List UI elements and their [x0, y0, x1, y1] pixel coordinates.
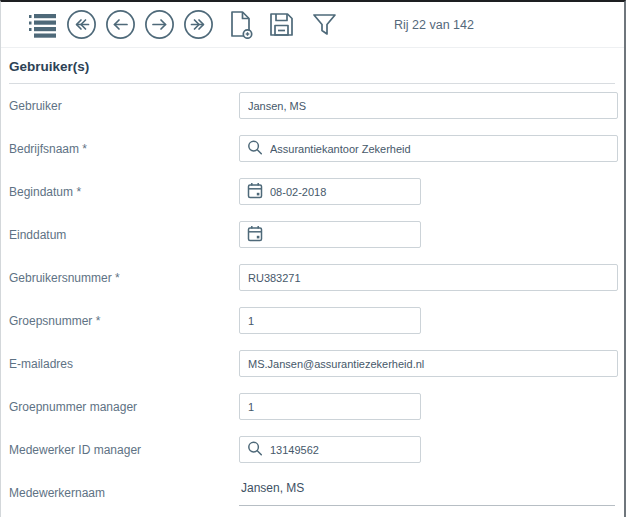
record-toolbar: Rij 22 van 142 — [1, 2, 624, 48]
begindatum-label: Begindatum * — [9, 185, 239, 199]
previous-record-button[interactable] — [105, 9, 136, 41]
form-panel: Gebruiker(s) Gebruiker Bedrijfsnaam * — [1, 48, 624, 506]
form-row-medewerker-id-manager: Medewerker ID manager — [9, 436, 615, 463]
emailadres-label: E-mailadres — [9, 357, 239, 371]
bedrijfsnaam-label: Bedrijfsnaam * — [9, 142, 239, 156]
page-title: Gebruiker(s) — [9, 48, 615, 84]
einddatum-calendar-button[interactable] — [247, 225, 263, 245]
next-record-button[interactable] — [144, 9, 175, 41]
search-icon — [247, 440, 263, 459]
medewerker-id-manager-input[interactable] — [239, 436, 421, 463]
first-record-button[interactable] — [66, 9, 97, 41]
form-row-emailadres: E-mailadres — [9, 350, 615, 377]
form-row-gebruiker: Gebruiker — [9, 92, 615, 119]
form-row-medewerkernaam: Medewerkernaam Jansen, MS — [9, 479, 615, 506]
begindatum-input[interactable] — [239, 178, 421, 205]
groepnummer-manager-label: Groepnummer manager — [9, 400, 239, 414]
einddatum-input[interactable] — [239, 221, 421, 248]
calendar-icon — [247, 225, 263, 245]
gebruikersnummer-label: Gebruikersnummer * — [9, 271, 239, 285]
filter-button[interactable] — [311, 9, 338, 41]
form-row-begindatum: Begindatum * — [9, 178, 615, 205]
form-row-einddatum: Einddatum — [9, 221, 615, 248]
next-record-icon — [144, 9, 175, 40]
emailadres-input[interactable] — [239, 350, 618, 377]
gebruikersnummer-input[interactable] — [239, 264, 618, 291]
form-row-bedrijfsnaam: Bedrijfsnaam * — [9, 135, 615, 162]
gebruiker-label: Gebruiker — [9, 99, 239, 113]
previous-record-icon — [105, 9, 136, 40]
groepnummer-manager-input[interactable] — [239, 393, 421, 420]
last-record-icon — [183, 9, 214, 40]
medewerkernaam-value: Jansen, MS — [239, 479, 615, 506]
filter-icon — [311, 11, 338, 38]
begindatum-calendar-button[interactable] — [247, 182, 263, 202]
first-record-icon — [66, 9, 97, 40]
list-icon — [29, 11, 58, 39]
bedrijfsnaam-lookup-button[interactable] — [247, 139, 263, 158]
medewerker-id-lookup-button[interactable] — [247, 440, 263, 459]
medewerkernaam-label: Medewerkernaam — [9, 486, 239, 500]
save-icon — [268, 11, 295, 38]
list-button[interactable] — [29, 9, 58, 41]
medewerker-id-manager-label: Medewerker ID manager — [9, 443, 239, 457]
calendar-icon — [247, 182, 263, 202]
form-row-gebruikersnummer: Gebruikersnummer * — [9, 264, 615, 291]
save-button[interactable] — [268, 9, 295, 41]
gebruiker-input[interactable] — [239, 92, 618, 119]
record-window: Rij 22 van 142 Gebruiker(s) Gebruiker Be… — [0, 0, 626, 517]
new-record-icon — [228, 10, 254, 39]
form-row-groepsnummer: Groepsnummer * — [9, 307, 615, 334]
search-icon — [247, 139, 263, 158]
row-counter: Rij 22 van 142 — [394, 18, 474, 32]
form-row-groepnummer-manager: Groepnummer manager — [9, 393, 615, 420]
groepsnummer-label: Groepsnummer * — [9, 314, 239, 328]
bedrijfsnaam-input[interactable] — [239, 135, 618, 162]
last-record-button[interactable] — [183, 9, 214, 41]
new-record-button[interactable] — [228, 9, 254, 41]
groepsnummer-input[interactable] — [239, 307, 421, 334]
einddatum-label: Einddatum — [9, 228, 239, 242]
